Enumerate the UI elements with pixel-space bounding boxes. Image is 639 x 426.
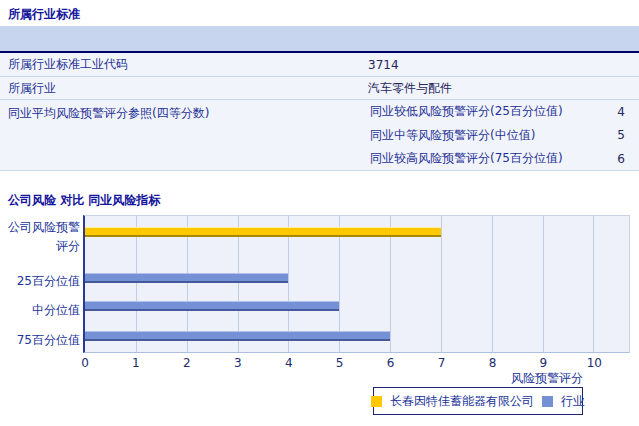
gridline — [593, 216, 594, 352]
plot-area — [83, 215, 630, 353]
p25-score-value: 4 — [601, 105, 625, 119]
industry-table: 所属行业标准工业代码 3714 所属行业 汽车零件与配件 同业平均风险预警评分参… — [0, 53, 639, 171]
bar-75百分位值 — [85, 331, 390, 341]
table-row: 所属行业 汽车零件与配件 — [0, 77, 639, 100]
p75-score-value: 6 — [601, 152, 625, 166]
x-tick-label: 10 — [587, 356, 602, 370]
category-label: 75百分位值 — [0, 331, 80, 350]
gridline — [492, 216, 493, 352]
gridline — [543, 216, 544, 352]
gridline — [441, 216, 442, 352]
category-label: 中分位值 — [0, 301, 80, 320]
x-axis-ticks: 012345678910 — [85, 356, 630, 370]
sub-row-label: 同业中等风险预警评分(中位值) — [368, 127, 601, 144]
company-series-label: 长春因特佳蓄能器有限公司 — [390, 393, 534, 410]
row-label: 所属行业 — [0, 80, 368, 97]
sub-row: 同业较低风险预警评分(25百分位值) 4 — [368, 100, 639, 124]
industry-name-value: 汽车零件与配件 — [368, 80, 639, 97]
industry-section-title: 所属行业标准 — [8, 6, 80, 23]
sub-row-label: 同业较低风险预警评分(25百分位值) — [368, 103, 601, 120]
industry-series-label: 行业 — [561, 393, 585, 410]
sub-row: 同业较高风险预警评分(75百分位值) 6 — [368, 147, 639, 171]
category-label: 25百分位值 — [0, 272, 80, 291]
x-tick-label: 1 — [132, 356, 140, 370]
bar-公司风险预警评分 — [85, 227, 441, 237]
industry-code-value: 3714 — [368, 58, 639, 72]
x-tick-label: 9 — [540, 356, 548, 370]
x-tick-label: 0 — [81, 356, 89, 370]
company-series-swatch-icon — [371, 396, 382, 407]
table-header-band — [0, 26, 639, 53]
x-tick-label: 5 — [336, 356, 344, 370]
chart-section-title: 公司风险 对比 同业风险指标 — [8, 192, 160, 209]
median-score-value: 5 — [601, 128, 625, 142]
bar-25百分位值 — [85, 273, 288, 283]
x-tick-label: 8 — [489, 356, 497, 370]
table-row: 所属行业标准工业代码 3714 — [0, 53, 639, 77]
chart-legend: 长春因特佳蓄能器有限公司 行业 — [373, 387, 583, 415]
row-label: 同业平均风险预警评分参照(四等分数) — [0, 100, 368, 122]
quartile-sub-rows: 同业较低风险预警评分(25百分位值) 4 同业中等风险预警评分(中位值) 5 同… — [368, 100, 639, 171]
x-tick-label: 4 — [285, 356, 293, 370]
report-page: 所属行业标准 所属行业标准工业代码 3714 所属行业 汽车零件与配件 同业平均… — [0, 0, 639, 426]
x-axis-title: 风险预警评分 — [511, 370, 583, 387]
table-row: 同业平均风险预警评分参照(四等分数) 同业较低风险预警评分(25百分位值) 4 … — [0, 100, 639, 171]
category-label: 公司风险预警评分 — [0, 218, 80, 256]
x-tick-label: 7 — [438, 356, 446, 370]
risk-bar-chart: 公司风险预警评分25百分位值中分位值75百分位值 012345678910 风险… — [0, 210, 639, 426]
x-tick-label: 6 — [387, 356, 395, 370]
industry-series-swatch-icon — [542, 396, 553, 407]
x-tick-label: 2 — [183, 356, 191, 370]
x-tick-label: 3 — [234, 356, 242, 370]
bar-中分位值 — [85, 301, 339, 311]
sub-row-label: 同业较高风险预警评分(75百分位值) — [368, 150, 601, 167]
row-label: 所属行业标准工业代码 — [0, 56, 368, 73]
sub-row: 同业中等风险预警评分(中位值) 5 — [368, 124, 639, 148]
